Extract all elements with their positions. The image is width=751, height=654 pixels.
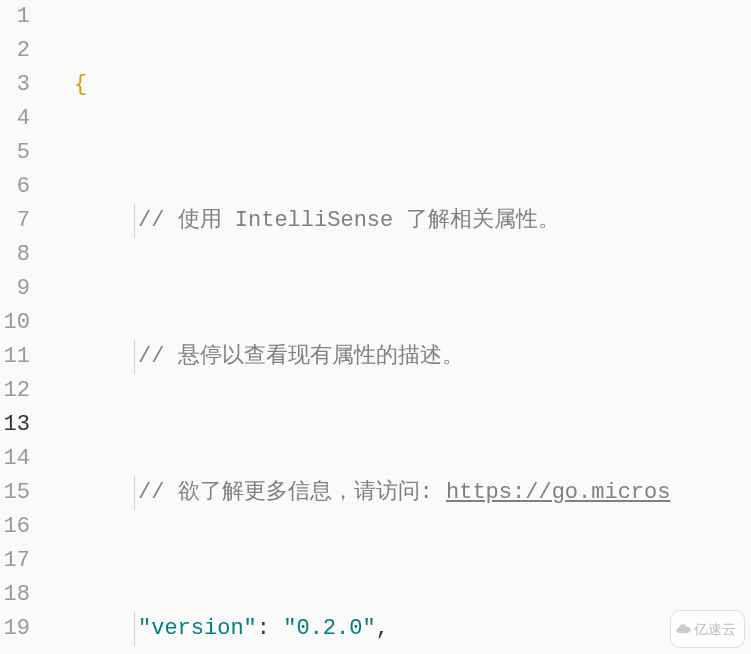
code-editor[interactable]: 1 2 3 4 5 6 7 8 9 10 11 12 13 14 15 16 1… (0, 0, 751, 654)
code-line[interactable]: "version": "0.2.0", (42, 612, 751, 646)
comment-token: // 悬停以查看现有属性的描述。 (138, 344, 464, 369)
comment-token: // 欲了解更多信息，请访问: (138, 480, 446, 505)
line-number: 19 (0, 612, 30, 646)
line-number-active: 13 (0, 408, 30, 442)
line-number: 8 (0, 238, 30, 272)
cloud-icon (675, 621, 691, 637)
code-line[interactable]: // 欲了解更多信息，请访问: https://go.micros (42, 476, 751, 510)
line-number: 17 (0, 544, 30, 578)
code-area[interactable]: { // 使用 IntelliSense 了解相关属性。 // 悬停以查看现有属… (42, 0, 751, 654)
json-key: "version" (138, 616, 257, 641)
line-number: 6 (0, 170, 30, 204)
line-number: 14 (0, 442, 30, 476)
line-number: 7 (0, 204, 30, 238)
line-number: 1 (0, 0, 30, 34)
line-number: 16 (0, 510, 30, 544)
brace-token: { (74, 72, 87, 97)
code-line[interactable]: // 悬停以查看现有属性的描述。 (42, 340, 751, 374)
line-number: 5 (0, 136, 30, 170)
doc-link[interactable]: https://go.micros (446, 480, 670, 505)
line-number-gutter: 1 2 3 4 5 6 7 8 9 10 11 12 13 14 15 16 1… (0, 0, 42, 654)
line-number: 4 (0, 102, 30, 136)
code-line[interactable]: // 使用 IntelliSense 了解相关属性。 (42, 204, 751, 238)
line-number: 2 (0, 34, 30, 68)
json-string: "0.2.0" (283, 616, 375, 641)
comment-token: // 使用 IntelliSense 了解相关属性。 (138, 208, 560, 233)
line-number: 9 (0, 272, 30, 306)
watermark-badge: 亿速云 (670, 610, 745, 648)
line-number: 12 (0, 374, 30, 408)
line-number: 10 (0, 306, 30, 340)
watermark-text: 亿速云 (694, 612, 736, 646)
code-line[interactable]: { (42, 68, 751, 102)
line-number: 3 (0, 68, 30, 102)
line-number: 11 (0, 340, 30, 374)
line-number: 18 (0, 578, 30, 612)
line-number: 15 (0, 476, 30, 510)
